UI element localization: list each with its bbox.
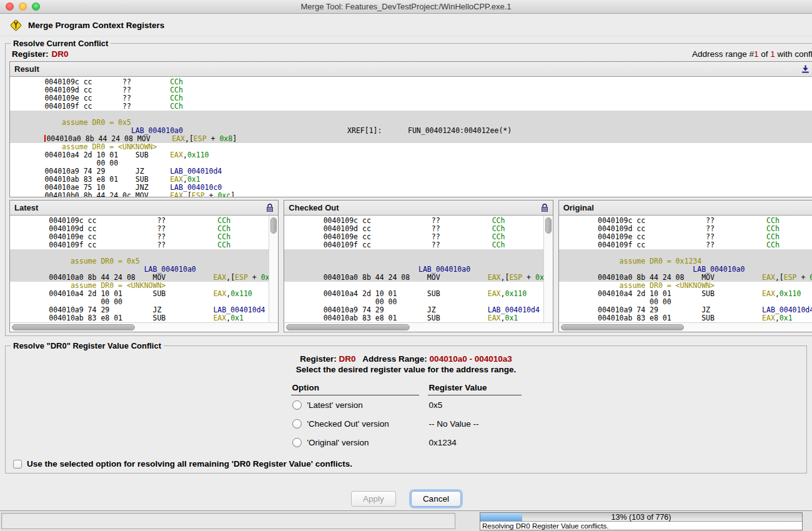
conflict-register-line: Register: DR0 Address Range: 004010a0 - … xyxy=(9,354,803,364)
progress-text: 13% (103 of 776) xyxy=(480,513,802,522)
radio-original-version[interactable] xyxy=(292,438,302,447)
option-table: Option Register Value 'Latest' version 0… xyxy=(291,382,522,452)
value-original: 0x1234 xyxy=(428,433,522,452)
use-for-all-label: Use the selected option for resolving al… xyxy=(27,459,352,469)
lock-icon[interactable] xyxy=(266,204,274,212)
register-label: Register: xyxy=(12,49,49,59)
latest-panel-title: Latest xyxy=(14,203,38,212)
radio-latest-version[interactable] xyxy=(292,400,302,410)
checked-out-vertical-scrollbar[interactable] xyxy=(543,216,553,322)
checked-out-panel: Checked Out 0040109c cc ?? CCh 0040109d … xyxy=(284,200,553,332)
register-value: DR0 xyxy=(52,49,69,59)
use-for-all-checkbox[interactable] xyxy=(13,460,22,469)
register-value-column-header: Register Value xyxy=(428,382,522,395)
window-titlebar: Merge Tool: Features_DevTestProject:/Win… xyxy=(0,0,812,14)
original-listing[interactable]: 0040109c cc ?? CCh 0040109d cc ?? CCh 00… xyxy=(559,216,812,322)
progress-bar: 13% (103 of 776) xyxy=(480,513,802,522)
address-range-status: Address range #1 of 1 with conflicts xyxy=(692,49,812,59)
original-horizontal-scrollbar[interactable] xyxy=(559,322,812,332)
original-panel-title: Original xyxy=(563,203,594,212)
checked-out-horizontal-scrollbar[interactable] xyxy=(284,322,552,332)
scrollbar-thumb[interactable] xyxy=(286,324,409,330)
register-line: Register:DR0 xyxy=(12,49,69,59)
lock-icon[interactable] xyxy=(541,204,548,212)
option-label: 'Original' version xyxy=(307,438,369,447)
latest-horizontal-scrollbar[interactable] xyxy=(10,322,278,332)
option-column-header: Option xyxy=(291,382,419,395)
checked-out-panel-title: Checked Out xyxy=(289,203,339,212)
option-row-original: 'Original' version xyxy=(291,433,419,452)
use-for-all-row: Use the selected option for resolving al… xyxy=(13,459,803,469)
group-title: Resolve Current Conflict xyxy=(11,39,111,48)
option-label: 'Latest' version xyxy=(307,400,363,410)
progress-area: 13% (103 of 776) Resolving DR0 Register … xyxy=(480,512,803,530)
conflict-address-range: 004010a0 - 004010a3 xyxy=(430,354,512,364)
checked-out-panel-header: Checked Out xyxy=(284,201,552,216)
option-label: 'Checked Out' version xyxy=(307,419,389,429)
value-checked-out: -- No Value -- xyxy=(428,414,522,433)
result-listing[interactable]: 0040109c cc ?? CCh 0040109d cc ?? CCh 00… xyxy=(10,77,812,197)
option-row-checked-out: 'Checked Out' version xyxy=(291,414,419,433)
latest-listing[interactable]: 0040109c cc ?? CCh 0040109d cc ?? CCh 00… xyxy=(10,216,278,322)
scrollbar-thumb[interactable] xyxy=(12,324,135,330)
progress-message: Resolving DR0 Register Value conflicts. xyxy=(480,522,802,530)
merge-sign-icon xyxy=(10,19,22,31)
original-panel-header: Original xyxy=(559,201,812,216)
window-title: Merge Tool: Features_DevTestProject:/Win… xyxy=(301,2,512,11)
minimize-button[interactable] xyxy=(19,2,27,11)
resolve-current-conflict-group: Resolve Current Conflict Register:DR0 Ad… xyxy=(5,39,812,336)
value-latest: 0x5 xyxy=(428,395,522,414)
apply-button[interactable]: Apply xyxy=(351,491,396,507)
result-panel-title: Result xyxy=(14,64,39,74)
resolve-register-value-conflict-group: Resolve "DR0" Register Value Conflict Re… xyxy=(5,341,807,474)
conflict-instruction: Select the desired register value for th… xyxy=(9,365,803,374)
checked-out-listing[interactable]: 0040109c cc ?? CCh 0040109d cc ?? CCh 00… xyxy=(284,216,552,322)
page-title: Merge Program Context Registers xyxy=(28,21,164,30)
scrollbar-thumb[interactable] xyxy=(545,217,552,234)
status-message-area xyxy=(1,513,455,529)
result-panel: Result xyxy=(9,61,812,197)
close-button[interactable] xyxy=(6,2,14,11)
scroll-to-end-icon[interactable] xyxy=(801,65,810,73)
option-row-latest: 'Latest' version xyxy=(291,395,419,414)
group-title: Resolve "DR0" Register Value Conflict xyxy=(11,341,164,350)
merge-phase-header: Merge Program Context Registers xyxy=(0,14,812,36)
original-panel: Original 0040109c cc ?? CCh 0040109d cc xyxy=(558,200,812,332)
cancel-button[interactable]: Cancel xyxy=(411,491,461,507)
conflict-register-value: DR0 xyxy=(339,354,356,364)
radio-checked-out-version[interactable] xyxy=(292,419,302,429)
scrollbar-thumb[interactable] xyxy=(561,324,684,330)
status-bar: 13% (103 of 776) Resolving DR0 Register … xyxy=(0,510,812,531)
latest-panel: Latest 0040109c cc ?? CCh 0040109d cc xyxy=(9,200,279,332)
scrollbar-thumb[interactable] xyxy=(270,217,277,234)
latest-vertical-scrollbar[interactable] xyxy=(269,216,278,322)
zoom-button[interactable] xyxy=(32,2,40,11)
result-panel-header: Result xyxy=(10,62,812,77)
latest-panel-header: Latest xyxy=(10,201,278,216)
